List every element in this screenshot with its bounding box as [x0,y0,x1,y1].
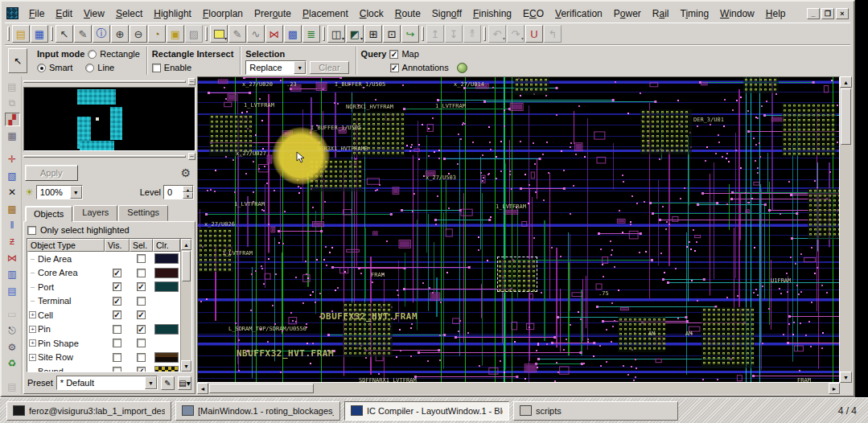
tab-layers[interactable]: Layers [73,205,117,221]
table-scrollbar[interactable]: ▲ ▼ [180,239,191,372]
col-sel[interactable]: Sel. [130,239,153,252]
info-icon[interactable]: ⓘ [93,25,110,43]
edit-pen-icon[interactable]: ✎ [228,25,246,43]
sel-checkbox[interactable] [137,269,146,277]
door-icon[interactable]: ⎋ [5,324,20,338]
gear-icon[interactable]: ⚙ [180,166,191,179]
menu-view[interactable]: View [78,6,110,21]
apply-button[interactable]: Apply [25,165,78,181]
annotations-checkbox[interactable] [390,64,399,72]
col-vis[interactable]: Vis. [105,239,130,252]
toolbar-grip[interactable] [323,27,325,41]
menu-route[interactable]: Route [389,6,426,21]
only-select-highlighted-checkbox[interactable] [27,226,36,235]
map-checkbox[interactable] [389,50,398,59]
vis-checkbox[interactable] [113,282,121,291]
select-cursor-icon[interactable]: ↖ [56,25,73,43]
undo-icon[interactable]: ↶▾ [488,25,506,43]
vis-checkbox[interactable] [113,269,121,277]
redo-icon[interactable]: ↷▾ [507,25,525,43]
recycle-icon[interactable]: ♻ [5,356,20,370]
save-icon[interactable]: ▦ [31,25,48,43]
task-mainwindow[interactable]: [MainWindow.1 - roting_blockages_... [175,401,340,421]
menu-floorplan[interactable]: Floorplan [197,6,249,21]
selection-tool-button[interactable]: ↖ [8,48,27,73]
query-info-icon[interactable] [457,63,467,73]
forward-icon[interactable]: ↪ [401,25,419,43]
task-scripts[interactable]: scripts [513,401,678,421]
net-connect-icon[interactable]: ▞ [5,113,20,126]
sel-checkbox[interactable] [137,367,146,372]
task-ic-compiler[interactable]: IC Compiler - LayoutWindow.1 - Blo... [344,401,509,421]
menu-highlight[interactable]: Highlight [148,6,197,21]
menu-clock[interactable]: Clock [354,6,389,21]
snapshot-icon[interactable]: ▣ [167,25,184,43]
table-row[interactable]: –Port [27,280,180,294]
toolbar-grip[interactable] [205,27,208,41]
scroll-thumb[interactable] [841,88,851,145]
col-clr[interactable]: Clr. [153,239,180,252]
save-preset-icon[interactable]: ✎ [161,376,175,390]
color-swatch[interactable] [154,253,179,264]
fit-view-icon[interactable]: ⊡ [383,25,401,43]
gears-icon[interactable]: ⚙ [5,340,20,354]
select-area-icon[interactable]: ▩ [284,25,302,43]
scroll-left-icon[interactable]: ◄ [197,383,208,394]
preset-options-icon[interactable]: ▤▾ [178,376,191,390]
collapse-icon[interactable]: – [188,153,195,160]
minimap-panel-handle[interactable]: – [23,78,195,85]
expand-view-icon[interactable]: ⊞ [364,25,382,43]
scroll-thumb[interactable] [182,251,191,281]
radio-rectangle[interactable] [88,50,97,59]
table-row[interactable]: –Bound [27,364,180,372]
clear-button[interactable]: Clear [310,61,348,74]
spin-down-icon[interactable]: ▼ [183,192,193,199]
move-tool-icon[interactable]: ✛ [5,153,20,166]
menu-edit[interactable]: Edit [50,6,78,21]
zoom-in-icon[interactable]: ⊕ [111,25,129,43]
vis-checkbox[interactable] [113,339,121,347]
scroll-down-icon[interactable]: ▼ [840,372,852,383]
tools-panel-handle[interactable]: – [23,153,195,160]
table-row[interactable]: +Pin [27,322,180,337]
vis-checkbox[interactable] [113,297,121,306]
menu-signoff[interactable]: Signoff [426,6,467,21]
scroll-track[interactable] [181,282,191,360]
menu-select[interactable]: Select [110,6,148,21]
sel-checkbox[interactable] [137,339,146,347]
copy-view-icon[interactable]: ⧉ [5,96,20,109]
color-swatch[interactable] [154,268,179,278]
vis-checkbox[interactable] [113,325,121,334]
collapse-icon[interactable]: – [188,78,195,85]
col-object-type[interactable]: Object Type [27,239,105,252]
menu-rail[interactable]: Rail [647,6,675,21]
menu-preroute[interactable]: Preroute [249,6,297,21]
layer-stripe-icon[interactable]: ▤ [5,284,20,298]
table-row[interactable]: –Terminal [27,294,180,309]
sel-checkbox[interactable] [137,310,146,319]
selection-mode-dropdown[interactable]: Replace ▼ [245,60,306,75]
sel-checkbox[interactable] [137,325,146,334]
scroll-right-icon[interactable]: ► [829,383,840,394]
scroll-up-icon[interactable]: ▲ [181,239,191,250]
level-spinner[interactable]: 0 ▲▼ [163,185,194,199]
workspace-pager[interactable]: 4 / 4 [838,405,862,417]
history-icon[interactable]: ◔ [148,25,166,43]
sel-checkbox[interactable] [137,254,146,263]
dock-icon[interactable]: ▭ [5,307,20,321]
open-icon[interactable]: ▤ [12,25,30,43]
menu-verification[interactable]: Verification [549,6,608,21]
menu-finishing[interactable]: Finishing [467,6,517,21]
route-mode-icon[interactable]: ≣ [302,25,320,43]
flight-lines-icon[interactable]: ⋈ [265,25,283,43]
preset-dropdown[interactable]: * Default ▼ [56,376,158,390]
tree-expand-icon[interactable]: + [29,354,36,361]
sel-checkbox[interactable] [137,297,146,306]
radio-smart[interactable] [37,64,46,72]
u-marker-icon[interactable]: U [525,25,543,43]
table-row[interactable]: –Die Area [27,252,180,266]
vertical-scrollbar[interactable]: ▲ ▼ [840,76,852,383]
zoom-out-icon[interactable]: ⊖ [130,25,147,43]
menu-help[interactable]: Help [760,6,792,21]
table-row[interactable]: +Cell [27,308,180,322]
